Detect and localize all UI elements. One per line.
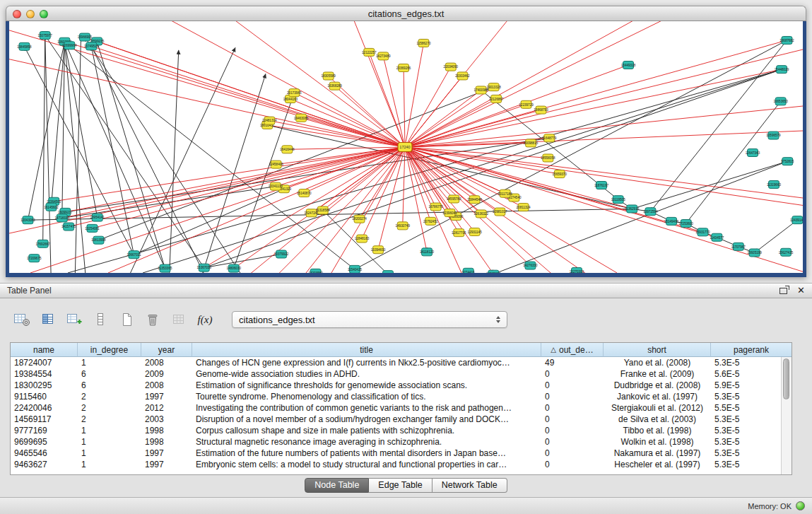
network-edge[interactable] — [403, 147, 405, 226]
table-row[interactable]: 1830029562008Estimation of significance … — [11, 380, 792, 391]
table-row[interactable]: 946362711997Embryonic stem cells: a mode… — [11, 459, 792, 470]
table-row[interactable]: 2242004622012Investigating the contribut… — [11, 402, 792, 414]
panel-splitter[interactable]: ▾ — [0, 277, 812, 283]
table-row[interactable]: 1872400712008Changes of HCN gene express… — [11, 357, 792, 368]
network-edge[interactable] — [97, 41, 405, 147]
network-edge[interactable] — [91, 46, 405, 147]
network-edge[interactable] — [405, 147, 803, 273]
network-edge[interactable] — [9, 52, 405, 147]
close-button[interactable] — [13, 10, 21, 18]
network-edge[interactable] — [85, 37, 240, 273]
network-table-selector[interactable]: citations_edges.txt — [232, 311, 507, 328]
table-row[interactable]: 1938455462009Genome-wide association stu… — [11, 368, 792, 380]
network-edge[interactable] — [405, 106, 803, 147]
network-node-label: 14273489 — [376, 54, 391, 58]
network-edge[interactable] — [64, 42, 97, 218]
import-table-icon[interactable] — [170, 310, 188, 329]
network-edge[interactable] — [686, 101, 781, 223]
network-edge[interactable] — [62, 147, 405, 218]
network-edge[interactable] — [95, 147, 405, 273]
network-node-label: 16687682 — [779, 39, 794, 42]
create-column-icon[interactable] — [65, 310, 83, 329]
memory-indicator-icon[interactable] — [796, 501, 805, 510]
network-edge[interactable] — [290, 99, 405, 147]
network-edge[interactable] — [45, 35, 51, 273]
network-node-label: 11707967 — [731, 245, 746, 249]
network-edge[interactable] — [405, 90, 481, 147]
network-edge[interactable] — [28, 42, 64, 220]
network-node-label: 12439141 — [790, 218, 803, 222]
network-canvas[interactable]: 1395414114157475120430831609923712364500… — [9, 21, 803, 273]
network-edge[interactable] — [755, 220, 798, 252]
network-edge[interactable] — [65, 147, 405, 212]
column-header-name[interactable]: name — [11, 343, 78, 357]
network-edge[interactable] — [64, 42, 405, 147]
network-node-label: 14718333 — [55, 216, 70, 220]
network-node-label: 20303462 — [455, 74, 470, 78]
network-edge[interactable] — [9, 147, 405, 233]
rows-icon[interactable] — [91, 310, 110, 329]
network-edge[interactable] — [632, 161, 787, 209]
column-header-year[interactable]: year — [141, 343, 192, 357]
table-panel-header-icons: ✕ — [779, 286, 805, 295]
tab-node-table[interactable]: Node Table — [305, 478, 369, 493]
cell-pagerank: 5.3E-5 — [711, 425, 781, 436]
network-edge[interactable] — [405, 129, 803, 147]
network-edge[interactable] — [108, 147, 405, 273]
network-node-label: 19013328 — [486, 86, 501, 89]
network-edge[interactable] — [404, 68, 405, 147]
function-builder-icon[interactable]: f(x) — [196, 310, 214, 329]
network-edge[interactable] — [69, 147, 405, 227]
network-edge[interactable] — [30, 147, 405, 273]
close-panel-icon[interactable]: ✕ — [797, 286, 805, 295]
table-row[interactable]: 1456911722003Disruption of a novel membe… — [11, 414, 792, 425]
column-header-short[interactable]: short — [604, 343, 711, 357]
network-edge[interactable] — [24, 47, 134, 255]
table-row[interactable]: 977716911998Corpus callosum shape and si… — [11, 425, 792, 436]
network-edge[interactable] — [75, 35, 81, 273]
network-edge[interactable] — [405, 21, 681, 147]
cell-title: Structural magnetic resonance image aver… — [192, 436, 541, 448]
network-node-label: 13270303 — [570, 270, 584, 273]
new-table-icon[interactable] — [117, 310, 136, 329]
network-node-label: 13749519 — [84, 45, 99, 48]
column-header-label: in_degree — [90, 345, 128, 355]
network-edge[interactable] — [287, 147, 405, 149]
column-header-pagerank[interactable]: pagerank — [711, 343, 792, 357]
scrollbar-thumb[interactable] — [783, 358, 789, 399]
minimize-button[interactable] — [26, 10, 35, 18]
tab-edge-table[interactable]: Edge Table — [369, 478, 432, 493]
table-options-icon[interactable] — [13, 310, 31, 329]
table-row[interactable]: 969969511998Structural magnetic resonanc… — [11, 436, 792, 448]
cell-title: Genome-wide association studies in ADHD. — [192, 368, 541, 380]
network-edge[interactable] — [54, 21, 405, 147]
cell-out_degree: 0 — [541, 380, 604, 391]
network-edge[interactable] — [405, 69, 782, 147]
network-edge[interactable] — [335, 86, 405, 147]
network-edge[interactable] — [360, 147, 405, 219]
network-edge[interactable] — [269, 121, 405, 147]
table-row[interactable]: 911546021997Tourette syndrome. Phenomeno… — [11, 391, 792, 402]
cell-short: Jankovic et al. (1997) — [604, 391, 711, 402]
cell-title: Embryonic stem cells: a model to study s… — [192, 459, 541, 470]
show-columns-icon[interactable] — [39, 310, 57, 329]
tab-network-table[interactable]: Network Table — [433, 478, 507, 493]
table-vertical-scrollbar[interactable] — [781, 357, 792, 474]
zoom-button[interactable] — [40, 10, 48, 18]
network-window-titlebar[interactable]: citations_edges.txt — [6, 6, 806, 21]
delete-column-icon[interactable] — [143, 310, 162, 329]
network-edge[interactable] — [405, 40, 787, 147]
column-header-title[interactable]: title — [192, 343, 541, 357]
network-edge[interactable] — [294, 93, 405, 147]
column-header-out_degree[interactable]: △out_de… — [541, 343, 604, 357]
network-edge[interactable] — [91, 46, 134, 255]
network-edge[interactable] — [405, 43, 423, 147]
network-edge[interactable] — [493, 161, 787, 273]
table-row[interactable]: 946554611997Estimation of the future num… — [11, 448, 792, 459]
network-edge[interactable] — [143, 69, 782, 273]
column-header-in_degree[interactable]: in_degree — [78, 343, 141, 357]
network-edge[interactable] — [170, 50, 179, 273]
network-node-label: 18044163 — [283, 98, 298, 101]
network-edge[interactable] — [405, 147, 803, 198]
float-panel-icon[interactable] — [779, 288, 787, 294]
